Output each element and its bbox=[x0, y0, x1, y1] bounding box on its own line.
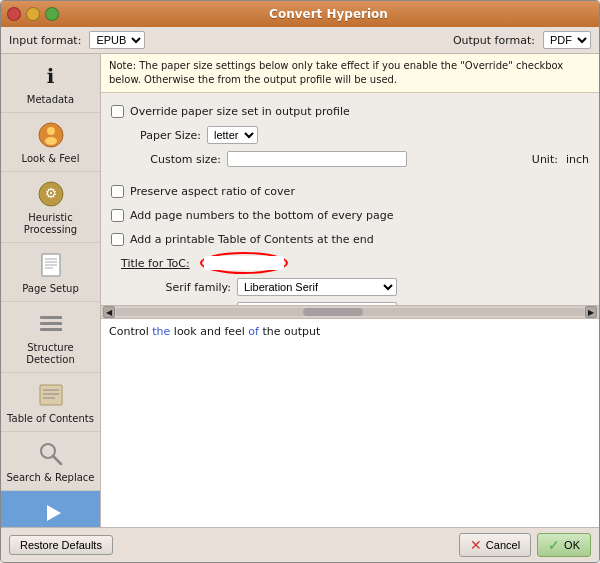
sidebar-item-label: Structure Detection bbox=[5, 342, 96, 366]
preserve-aspect-row: Preserve aspect ratio of cover bbox=[111, 181, 589, 201]
override-checkbox[interactable] bbox=[111, 105, 124, 118]
svg-text:⚙: ⚙ bbox=[44, 185, 57, 201]
sidebar-item-structure[interactable]: Structure Detection bbox=[1, 302, 100, 373]
sidebar-item-look-feel[interactable]: Look & Feel bbox=[1, 113, 100, 172]
custom-size-label: Custom size: bbox=[111, 153, 221, 166]
note-bar: Note: The paper size settings below only… bbox=[101, 54, 599, 93]
title-toc-label: Title for ToC: bbox=[121, 257, 190, 270]
cancel-button[interactable]: ✕ Cancel bbox=[459, 533, 531, 557]
sidebar-item-label: Page Setup bbox=[22, 283, 79, 295]
printable-toc-row: Add a printable Table of Contents at the… bbox=[111, 229, 589, 249]
paper-size-row: Paper Size: letter A4 A5 bbox=[111, 125, 589, 145]
svg-rect-11 bbox=[40, 322, 62, 325]
output-format-select[interactable]: PDF bbox=[543, 31, 591, 49]
cancel-label: Cancel bbox=[486, 539, 520, 551]
maximize-button[interactable] bbox=[45, 7, 59, 21]
svg-rect-10 bbox=[40, 316, 62, 319]
output-text-control: Control bbox=[109, 325, 152, 338]
ok-label: OK bbox=[564, 539, 580, 551]
ok-icon: ✓ bbox=[548, 537, 560, 553]
minimize-button[interactable] bbox=[26, 7, 40, 21]
svg-point-1 bbox=[47, 127, 55, 135]
printable-toc-label: Add a printable Table of Contents at the… bbox=[130, 233, 374, 246]
scrollbar-thumb[interactable] bbox=[303, 308, 363, 316]
sidebar-item-pdf-output[interactable]: PDF Output bbox=[1, 491, 100, 527]
output-text-output: the output bbox=[259, 325, 320, 338]
serif-family-label: Serif family: bbox=[121, 281, 231, 294]
sidebar-item-label: Search & Replace bbox=[6, 472, 94, 484]
sidebar-item-label: Table of Contents bbox=[7, 413, 94, 425]
preserve-aspect-checkbox[interactable] bbox=[111, 185, 124, 198]
output-preview-area: Control the look and feel of the output bbox=[101, 319, 599, 527]
svg-rect-12 bbox=[40, 328, 62, 331]
toc-icon bbox=[35, 379, 67, 411]
serif-family-row: Serif family: Liberation Serif Times New… bbox=[121, 277, 589, 297]
sidebar-item-label: Heuristic Processing bbox=[5, 212, 96, 236]
page-numbers-row: Add page numbers to the bottom of every … bbox=[111, 205, 589, 225]
page-numbers-label: Add page numbers to the bottom of every … bbox=[130, 209, 393, 222]
page-numbers-checkbox[interactable] bbox=[111, 209, 124, 222]
sidebar-item-label: Look & Feel bbox=[22, 153, 80, 165]
input-format-label: Input format: bbox=[9, 34, 81, 47]
custom-size-row: Custom size: Unit: inch bbox=[111, 149, 589, 169]
printable-toc-checkbox[interactable] bbox=[111, 233, 124, 246]
svg-rect-13 bbox=[40, 385, 62, 405]
output-format-label: Output format: bbox=[453, 34, 535, 47]
custom-size-input[interactable] bbox=[227, 151, 407, 167]
ok-button[interactable]: ✓ OK bbox=[537, 533, 591, 557]
unit-value: inch bbox=[566, 153, 589, 166]
horizontal-scrollbar[interactable]: ◀ ▶ bbox=[101, 305, 599, 319]
pdf-output-icon bbox=[35, 497, 67, 527]
output-text-the: the bbox=[152, 325, 170, 338]
scroll-right-button[interactable]: ▶ bbox=[585, 306, 597, 318]
override-label: Override paper size set in output profil… bbox=[130, 105, 350, 118]
unit-label: Unit: bbox=[532, 153, 558, 166]
sidebar-item-toc[interactable]: Table of Contents bbox=[1, 373, 100, 432]
override-row: Override paper size set in output profil… bbox=[111, 101, 589, 121]
metadata-icon: ℹ bbox=[35, 60, 67, 92]
content-area: Note: The paper size settings below only… bbox=[101, 54, 599, 527]
footer-bar: Restore Defaults ✕ Cancel ✓ OK bbox=[1, 527, 599, 562]
paper-size-select[interactable]: letter A4 A5 bbox=[207, 126, 258, 144]
main-window: Convert Hyperion Input format: EPUB Outp… bbox=[0, 0, 600, 563]
sidebar-item-metadata[interactable]: ℹ Metadata bbox=[1, 54, 100, 113]
settings-panel: Override paper size set in output profil… bbox=[101, 93, 599, 305]
window-title: Convert Hyperion bbox=[64, 7, 593, 21]
search-replace-icon bbox=[35, 438, 67, 470]
close-button[interactable] bbox=[7, 7, 21, 21]
sidebar: ℹ Metadata Look & Feel ⚙ bbox=[1, 54, 101, 527]
main-area: ℹ Metadata Look & Feel ⚙ bbox=[1, 54, 599, 527]
preserve-aspect-label: Preserve aspect ratio of cover bbox=[130, 185, 295, 198]
look-feel-icon bbox=[35, 119, 67, 151]
svg-line-18 bbox=[53, 456, 61, 464]
output-text-look: look and feel bbox=[170, 325, 248, 338]
serif-family-select[interactable]: Liberation Serif Times New Roman bbox=[237, 278, 397, 296]
heuristic-icon: ⚙ bbox=[35, 178, 67, 210]
cancel-icon: ✕ bbox=[470, 537, 482, 553]
svg-marker-19 bbox=[47, 505, 61, 521]
structure-icon bbox=[35, 308, 67, 340]
footer-actions: ✕ Cancel ✓ OK bbox=[459, 533, 591, 557]
input-format-select[interactable]: EPUB bbox=[89, 31, 145, 49]
sidebar-item-heuristic[interactable]: ⚙ Heuristic Processing bbox=[1, 172, 100, 243]
paper-size-label: Paper Size: bbox=[131, 129, 201, 142]
title-toc-row: Title for ToC: bbox=[121, 253, 589, 273]
output-text-of: of bbox=[248, 325, 259, 338]
sidebar-item-page-setup[interactable]: Page Setup bbox=[1, 243, 100, 302]
sidebar-item-label: Metadata bbox=[27, 94, 74, 106]
sidebar-item-search[interactable]: Search & Replace bbox=[1, 432, 100, 491]
note-text: Note: The paper size settings below only… bbox=[109, 60, 563, 85]
title-toc-highlight bbox=[200, 252, 288, 274]
titlebar: Convert Hyperion bbox=[1, 1, 599, 27]
scrollbar-track[interactable] bbox=[115, 308, 585, 316]
title-toc-input[interactable] bbox=[204, 256, 284, 270]
format-toolbar: Input format: EPUB Output format: PDF bbox=[1, 27, 599, 54]
page-setup-icon bbox=[35, 249, 67, 281]
restore-defaults-button[interactable]: Restore Defaults bbox=[9, 535, 113, 555]
svg-point-2 bbox=[45, 137, 57, 145]
scroll-left-button[interactable]: ◀ bbox=[103, 306, 115, 318]
